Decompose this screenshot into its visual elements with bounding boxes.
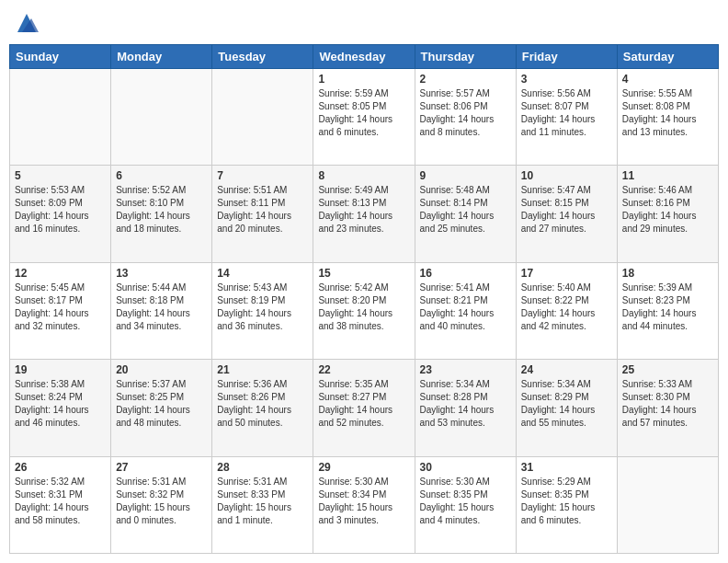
day-detail: Sunrise: 5:34 AM Sunset: 8:29 PM Dayligh…	[521, 378, 612, 430]
calendar-day-cell: 27Sunrise: 5:31 AM Sunset: 8:32 PM Dayli…	[111, 456, 212, 553]
calendar-day-cell: 3Sunrise: 5:56 AM Sunset: 8:07 PM Daylig…	[516, 69, 617, 166]
weekday-header: Friday	[516, 45, 617, 69]
day-number: 24	[521, 363, 612, 376]
header	[9, 9, 719, 37]
day-detail: Sunrise: 5:33 AM Sunset: 8:30 PM Dayligh…	[622, 378, 713, 430]
day-number: 11	[622, 169, 713, 182]
logo	[9, 9, 40, 37]
calendar-day-cell	[617, 456, 718, 553]
calendar-day-cell: 13Sunrise: 5:44 AM Sunset: 8:18 PM Dayli…	[111, 262, 212, 359]
day-number: 16	[420, 267, 511, 280]
calendar-week-row: 26Sunrise: 5:32 AM Sunset: 8:31 PM Dayli…	[10, 456, 719, 553]
calendar-day-cell: 15Sunrise: 5:42 AM Sunset: 8:20 PM Dayli…	[313, 262, 415, 359]
page: SundayMondayTuesdayWednesdayThursdayFrid…	[0, 0, 728, 563]
calendar-day-cell: 11Sunrise: 5:46 AM Sunset: 8:16 PM Dayli…	[617, 166, 718, 262]
calendar-day-cell	[10, 69, 111, 166]
calendar-day-cell: 12Sunrise: 5:45 AM Sunset: 8:17 PM Dayli…	[10, 262, 111, 359]
day-number: 4	[622, 73, 713, 86]
day-number: 1	[318, 73, 409, 86]
day-detail: Sunrise: 5:53 AM Sunset: 8:09 PM Dayligh…	[15, 184, 106, 236]
day-detail: Sunrise: 5:31 AM Sunset: 8:32 PM Dayligh…	[116, 476, 207, 527]
day-number: 10	[521, 169, 612, 182]
day-detail: Sunrise: 5:52 AM Sunset: 8:10 PM Dayligh…	[116, 184, 207, 236]
logo-icon	[13, 9, 40, 37]
day-detail: Sunrise: 5:30 AM Sunset: 8:35 PM Dayligh…	[420, 476, 511, 527]
day-detail: Sunrise: 5:59 AM Sunset: 8:05 PM Dayligh…	[318, 87, 409, 139]
weekday-header: Monday	[111, 45, 212, 69]
day-detail: Sunrise: 5:45 AM Sunset: 8:17 PM Dayligh…	[15, 282, 106, 333]
day-detail: Sunrise: 5:30 AM Sunset: 8:34 PM Dayligh…	[318, 476, 409, 527]
calendar-day-cell: 16Sunrise: 5:41 AM Sunset: 8:21 PM Dayli…	[415, 262, 516, 359]
weekday-header: Saturday	[617, 45, 718, 69]
day-detail: Sunrise: 5:38 AM Sunset: 8:24 PM Dayligh…	[15, 378, 106, 430]
day-number: 29	[318, 461, 409, 474]
day-detail: Sunrise: 5:31 AM Sunset: 8:33 PM Dayligh…	[217, 476, 308, 527]
calendar-week-row: 1Sunrise: 5:59 AM Sunset: 8:05 PM Daylig…	[10, 69, 719, 166]
calendar-day-cell: 21Sunrise: 5:36 AM Sunset: 8:26 PM Dayli…	[212, 360, 313, 456]
day-number: 20	[116, 363, 207, 376]
day-number: 31	[521, 461, 612, 474]
day-detail: Sunrise: 5:34 AM Sunset: 8:28 PM Dayligh…	[420, 378, 511, 430]
day-detail: Sunrise: 5:42 AM Sunset: 8:20 PM Dayligh…	[318, 282, 409, 333]
day-detail: Sunrise: 5:39 AM Sunset: 8:23 PM Dayligh…	[622, 282, 713, 333]
calendar-day-cell	[111, 69, 212, 166]
day-detail: Sunrise: 5:29 AM Sunset: 8:35 PM Dayligh…	[521, 476, 612, 527]
day-detail: Sunrise: 5:46 AM Sunset: 8:16 PM Dayligh…	[622, 184, 713, 236]
day-number: 3	[521, 73, 612, 86]
day-detail: Sunrise: 5:37 AM Sunset: 8:25 PM Dayligh…	[116, 378, 207, 430]
day-detail: Sunrise: 5:48 AM Sunset: 8:14 PM Dayligh…	[420, 184, 511, 236]
calendar-day-cell: 18Sunrise: 5:39 AM Sunset: 8:23 PM Dayli…	[617, 262, 718, 359]
calendar-day-cell: 30Sunrise: 5:30 AM Sunset: 8:35 PM Dayli…	[415, 456, 516, 553]
day-detail: Sunrise: 5:43 AM Sunset: 8:19 PM Dayligh…	[217, 282, 308, 333]
day-detail: Sunrise: 5:41 AM Sunset: 8:21 PM Dayligh…	[420, 282, 511, 333]
day-number: 25	[622, 363, 713, 376]
calendar-day-cell: 6Sunrise: 5:52 AM Sunset: 8:10 PM Daylig…	[111, 166, 212, 262]
calendar-day-cell: 5Sunrise: 5:53 AM Sunset: 8:09 PM Daylig…	[10, 166, 111, 262]
weekday-header: Wednesday	[313, 45, 415, 69]
calendar-week-row: 5Sunrise: 5:53 AM Sunset: 8:09 PM Daylig…	[10, 166, 719, 262]
day-detail: Sunrise: 5:55 AM Sunset: 8:08 PM Dayligh…	[622, 87, 713, 139]
day-number: 12	[15, 267, 106, 280]
day-detail: Sunrise: 5:35 AM Sunset: 8:27 PM Dayligh…	[318, 378, 409, 430]
calendar-week-row: 19Sunrise: 5:38 AM Sunset: 8:24 PM Dayli…	[10, 360, 719, 456]
calendar-day-cell: 2Sunrise: 5:57 AM Sunset: 8:06 PM Daylig…	[415, 69, 516, 166]
calendar-day-cell: 8Sunrise: 5:49 AM Sunset: 8:13 PM Daylig…	[313, 166, 415, 262]
weekday-header: Tuesday	[212, 45, 313, 69]
calendar-day-cell: 31Sunrise: 5:29 AM Sunset: 8:35 PM Dayli…	[516, 456, 617, 553]
day-number: 18	[622, 267, 713, 280]
weekday-header: Thursday	[415, 45, 516, 69]
day-number: 13	[116, 267, 207, 280]
day-detail: Sunrise: 5:32 AM Sunset: 8:31 PM Dayligh…	[15, 476, 106, 527]
day-number: 28	[217, 461, 308, 474]
day-number: 5	[15, 169, 106, 182]
calendar-day-cell: 1Sunrise: 5:59 AM Sunset: 8:05 PM Daylig…	[313, 69, 415, 166]
calendar-day-cell: 17Sunrise: 5:40 AM Sunset: 8:22 PM Dayli…	[516, 262, 617, 359]
calendar-day-cell: 14Sunrise: 5:43 AM Sunset: 8:19 PM Dayli…	[212, 262, 313, 359]
day-number: 26	[15, 461, 106, 474]
day-number: 27	[116, 461, 207, 474]
day-number: 15	[318, 267, 409, 280]
weekday-header-row: SundayMondayTuesdayWednesdayThursdayFrid…	[10, 45, 719, 69]
calendar-day-cell: 10Sunrise: 5:47 AM Sunset: 8:15 PM Dayli…	[516, 166, 617, 262]
weekday-header: Sunday	[10, 45, 111, 69]
day-detail: Sunrise: 5:56 AM Sunset: 8:07 PM Dayligh…	[521, 87, 612, 139]
day-number: 23	[420, 363, 511, 376]
calendar-week-row: 12Sunrise: 5:45 AM Sunset: 8:17 PM Dayli…	[10, 262, 719, 359]
calendar-day-cell: 26Sunrise: 5:32 AM Sunset: 8:31 PM Dayli…	[10, 456, 111, 553]
day-number: 17	[521, 267, 612, 280]
calendar-day-cell: 24Sunrise: 5:34 AM Sunset: 8:29 PM Dayli…	[516, 360, 617, 456]
day-detail: Sunrise: 5:44 AM Sunset: 8:18 PM Dayligh…	[116, 282, 207, 333]
day-number: 6	[116, 169, 207, 182]
day-number: 30	[420, 461, 511, 474]
day-detail: Sunrise: 5:40 AM Sunset: 8:22 PM Dayligh…	[521, 282, 612, 333]
day-number: 9	[420, 169, 511, 182]
calendar-day-cell: 9Sunrise: 5:48 AM Sunset: 8:14 PM Daylig…	[415, 166, 516, 262]
day-number: 8	[318, 169, 409, 182]
day-number: 2	[420, 73, 511, 86]
calendar-day-cell: 19Sunrise: 5:38 AM Sunset: 8:24 PM Dayli…	[10, 360, 111, 456]
calendar-day-cell	[212, 69, 313, 166]
calendar-day-cell: 22Sunrise: 5:35 AM Sunset: 8:27 PM Dayli…	[313, 360, 415, 456]
day-detail: Sunrise: 5:51 AM Sunset: 8:11 PM Dayligh…	[217, 184, 308, 236]
day-number: 14	[217, 267, 308, 280]
calendar-day-cell: 4Sunrise: 5:55 AM Sunset: 8:08 PM Daylig…	[617, 69, 718, 166]
